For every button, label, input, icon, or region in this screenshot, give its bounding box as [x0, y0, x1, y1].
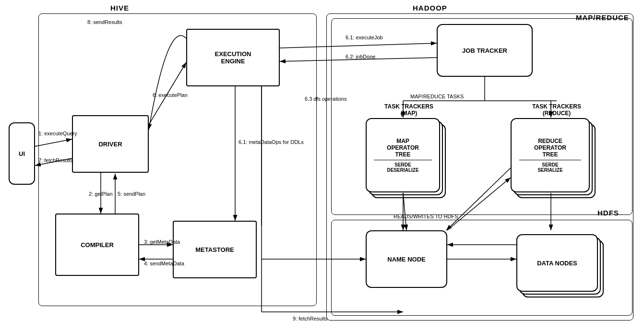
hadoop-label: HADOOP: [413, 4, 447, 12]
label-4-send-metadata: 4: sendMetaData: [144, 261, 184, 266]
map-operator-tree-box: MAPOPERATORTREE SERDEDESERIALIZE: [366, 118, 440, 192]
job-tracker-box: JOB TRACKER: [437, 24, 533, 77]
label-61-metadata-ops: 6.1: metaDataOps for DDLs: [239, 139, 304, 145]
label-3-get-metadata: 3: getMetaData: [144, 239, 180, 245]
label-7-fetch-results: 7: fetchResults: [38, 157, 73, 163]
driver-box: DRIVER: [72, 115, 149, 173]
label-9-fetch-results: 9: fetchResults: [293, 316, 328, 321]
execution-engine-box: EXECUTION ENGINE: [186, 29, 280, 86]
label-reads-writes: READS/WRITES TO HDFS: [394, 214, 458, 219]
label-63-dfs: 6.3 dfs operations: [305, 96, 346, 102]
compiler-box: COMPILER: [55, 214, 139, 276]
label-mapreduce-tasks: MAP/REDUCE TASKS: [410, 94, 464, 99]
reduce-operator-tree-box: REDUCEOPERATORTREE SERDESERIALIZE: [511, 118, 590, 192]
task-trackers-reduce-label: TASK TRACKERS(REDUCE): [509, 103, 605, 117]
data-nodes-box: DATA NODES: [516, 234, 598, 292]
metastore-box: METASTORE: [173, 221, 257, 278]
label-5-send-plan: 5: sendPlan: [118, 191, 145, 197]
label-8-send-results: 8: sendResults: [87, 19, 122, 25]
ui-box: UI: [9, 122, 35, 185]
task-trackers-map-label: TASK TRACKERS(MAP): [366, 103, 452, 117]
label-2-get-plan: 2: getPlan: [89, 191, 113, 197]
label-1-execute-query: 1: executeQuery: [38, 131, 77, 136]
label-62-job-done: 6.2: jobDone: [346, 54, 375, 59]
hive-label: HIVE: [110, 4, 129, 12]
name-node-box: NAME NODE: [366, 230, 447, 288]
label-6-execute-plan: 6: executePlan: [153, 92, 188, 98]
label-61-execute-job: 6.1: executeJob: [346, 35, 383, 40]
diagram: HIVE HADOOP MAP/REDUCE HDFS UI DRIVER CO…: [0, 0, 644, 333]
